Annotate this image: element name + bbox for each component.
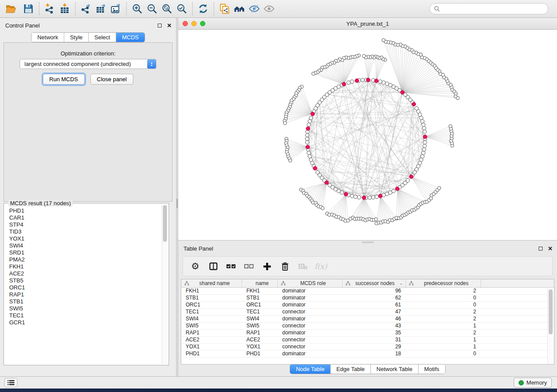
graph-node[interactable] [419, 158, 423, 162]
mcds-result-item[interactable]: PHD1 [9, 207, 161, 214]
duplicate-network-button[interactable] [217, 1, 232, 16]
network-canvas[interactable] [178, 30, 557, 240]
horizontal-splitter[interactable] [362, 241, 374, 243]
cell-successor-nodes[interactable]: 35 [343, 330, 406, 336]
graph-node[interactable] [340, 191, 343, 194]
table-row[interactable]: TEC1TEC1connector472 [181, 309, 547, 316]
show-columns-button[interactable] [208, 261, 218, 272]
select-all-button[interactable] [226, 261, 236, 272]
mcds-result-item[interactable]: TEC1 [9, 312, 161, 319]
export-image-button[interactable] [108, 1, 123, 16]
graph-node-mcds[interactable] [412, 102, 416, 106]
cell-predecessor-nodes[interactable]: 1 [406, 344, 481, 350]
cell-predecessor-nodes[interactable]: 2 [406, 316, 481, 322]
graph-node[interactable] [350, 80, 353, 83]
graph-node[interactable] [423, 130, 426, 134]
graph-node-mcds[interactable] [362, 196, 366, 200]
graph-node-mcds[interactable] [325, 181, 329, 185]
cell-successor-nodes[interactable]: 61 [343, 302, 406, 308]
mcds-result-item[interactable]: STB1 [9, 298, 161, 305]
network-window-titlebar[interactable]: YPA_prune.txt_1 [178, 18, 557, 30]
graph-node-mcds[interactable] [355, 79, 359, 83]
cell-successor-nodes[interactable]: 43 [343, 323, 406, 329]
graph-node[interactable] [353, 195, 357, 199]
graph-node[interactable] [422, 148, 426, 151]
cell-mcds-role[interactable]: connector [278, 309, 343, 315]
tab-network[interactable]: Network [31, 33, 64, 42]
hide-selected-button[interactable] [247, 1, 262, 16]
cell-shared-name[interactable]: YOX1 [181, 344, 242, 350]
graph-node[interactable] [308, 155, 311, 158]
cell-mcds-role[interactable]: dominator [278, 302, 343, 308]
table-row[interactable]: PHD1PHD1dominator180 [181, 351, 547, 358]
tab-mcds[interactable]: MCDS [116, 33, 144, 42]
graph-node[interactable] [361, 78, 364, 82]
graph-node[interactable] [423, 141, 427, 144]
graph-node[interactable] [307, 123, 311, 126]
cell-mcds-role[interactable]: dominator [278, 288, 343, 294]
mcds-result-item[interactable]: PMA2 [9, 256, 161, 263]
table-row[interactable]: FKH1FKH1dominator962 [181, 288, 547, 295]
cell-mcds-role[interactable]: connector [278, 337, 343, 343]
graph-node-mcds[interactable] [395, 187, 399, 191]
mcds-result-item[interactable]: ORC1 [9, 284, 161, 291]
cell-shared-name[interactable]: SWI4 [181, 316, 242, 322]
import-network-button[interactable] [42, 1, 57, 16]
table-row[interactable]: ACE2ACE2connector311 [181, 337, 547, 344]
close-panel-icon[interactable]: ✕ [167, 22, 172, 29]
mcds-result-item[interactable]: STB5 [9, 277, 161, 284]
zoom-in-button[interactable] [130, 1, 145, 16]
cell-name[interactable]: ACE2 [242, 337, 278, 343]
cell-successor-nodes[interactable]: 46 [343, 316, 406, 322]
table-row[interactable]: RAP1RAP1dominator352 [181, 330, 547, 337]
graph-node[interactable] [305, 137, 309, 141]
cell-successor-nodes[interactable]: 96 [343, 288, 406, 294]
cell-predecessor-nodes[interactable]: 0 [406, 295, 481, 301]
cell-predecessor-nodes[interactable]: 1 [406, 337, 481, 343]
run-mcds-button[interactable]: Run MCDS [43, 74, 85, 85]
cell-predecessor-nodes[interactable]: 0 [406, 302, 481, 308]
task-history-button[interactable] [4, 378, 17, 387]
cell-predecessor-nodes[interactable]: 2 [406, 309, 481, 315]
graph-node[interactable] [357, 196, 361, 199]
graph-node[interactable] [382, 81, 385, 84]
tab-network-table[interactable]: Network Table [371, 364, 419, 374]
zoom-out-button[interactable] [145, 1, 159, 16]
graph-node[interactable] [415, 107, 418, 110]
export-network-button[interactable] [79, 1, 93, 16]
cell-successor-nodes[interactable]: 29 [343, 344, 406, 350]
export-table-button[interactable] [93, 1, 108, 16]
cell-mcds-role[interactable]: connector [278, 323, 343, 329]
graph-node[interactable] [305, 134, 309, 137]
cell-mcds-role[interactable]: dominator [278, 330, 343, 336]
cell-successor-nodes[interactable]: 31 [343, 337, 406, 343]
graph-node[interactable] [449, 124, 452, 128]
optimization-criterion-select[interactable]: largest connected component (undirected)… [20, 59, 156, 69]
graph-node-mcds[interactable] [306, 127, 310, 131]
cell-name[interactable]: YOX1 [242, 344, 278, 350]
table-settings-button[interactable]: ⚙ [190, 261, 201, 272]
show-all-button[interactable] [262, 1, 277, 16]
tab-motifs[interactable]: Motifs [419, 364, 445, 374]
graph-node[interactable] [392, 189, 395, 193]
cell-predecessor-nodes[interactable]: 2 [406, 288, 481, 294]
cell-predecessor-nodes[interactable]: 2 [406, 330, 481, 336]
graph-node[interactable] [421, 120, 424, 123]
graph-node[interactable] [311, 72, 315, 76]
mcds-result-item[interactable]: ACE2 [9, 270, 161, 277]
graph-node[interactable] [422, 126, 426, 130]
graph-node[interactable] [350, 194, 353, 198]
cell-mcds-role[interactable]: dominator [278, 316, 343, 322]
save-session-button[interactable] [21, 1, 36, 16]
mcds-result-item[interactable]: RAP1 [9, 291, 161, 298]
mcds-result-item[interactable]: SWI4 [9, 242, 161, 249]
graph-node[interactable] [289, 159, 292, 162]
graph-node[interactable] [406, 179, 409, 182]
cell-successor-nodes[interactable]: 18 [343, 351, 406, 357]
mcds-result-item[interactable]: TID3 [9, 228, 161, 235]
graph-node[interactable] [423, 144, 426, 148]
table-row[interactable]: STB1STB1dominator620 [181, 295, 547, 302]
cell-successor-nodes[interactable]: 62 [343, 295, 406, 301]
search-box[interactable] [429, 3, 548, 14]
import-table-button[interactable] [57, 1, 72, 16]
